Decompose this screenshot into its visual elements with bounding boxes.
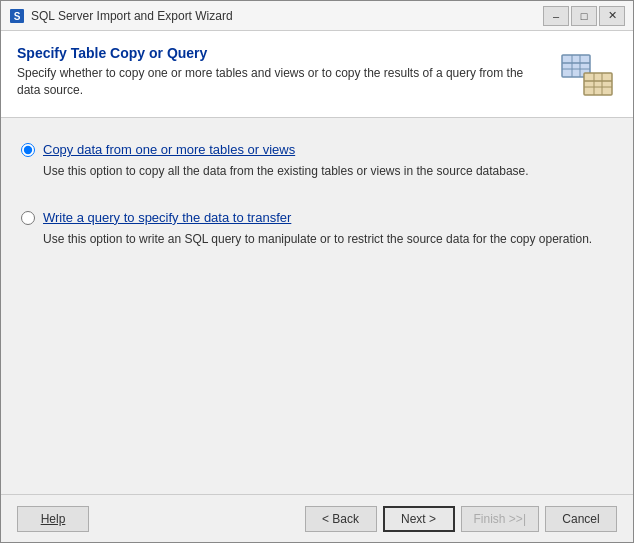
app-icon: S <box>9 8 25 24</box>
header-text: Specify Table Copy or Query Specify whet… <box>17 45 547 99</box>
back-label-text: < Back <box>322 512 359 526</box>
window-title: SQL Server Import and Export Wizard <box>31 9 543 23</box>
next-label-text: Next > <box>401 512 436 526</box>
wizard-header: Specify Table Copy or Query Specify whet… <box>1 31 633 118</box>
copy-tables-radio[interactable] <box>21 143 35 157</box>
help-button[interactable]: Help <box>17 506 89 532</box>
minimize-button[interactable]: – <box>543 6 569 26</box>
write-query-radio[interactable] <box>21 211 35 225</box>
window-controls: – □ ✕ <box>543 6 625 26</box>
help-label-text: Help <box>41 512 66 526</box>
radio-option-query: Write a query to specify the data to tra… <box>21 210 613 225</box>
copy-tables-label[interactable]: Copy data from one or more tables or vie… <box>43 142 295 157</box>
write-query-description: Use this option to write an SQL query to… <box>43 231 613 248</box>
wizard-footer: Help < Back Next > Finish >>| Cancel <box>1 494 633 542</box>
close-button[interactable]: ✕ <box>599 6 625 26</box>
wizard-content: Copy data from one or more tables or vie… <box>1 118 633 494</box>
footer-buttons: < Back Next > Finish >>| Cancel <box>305 506 617 532</box>
header-icon <box>557 45 617 105</box>
footer-left: Help <box>17 506 305 532</box>
title-bar: S SQL Server Import and Export Wizard – … <box>1 1 633 31</box>
option-group-copy: Copy data from one or more tables or vie… <box>21 142 613 180</box>
header-title: Specify Table Copy or Query <box>17 45 547 61</box>
write-query-label[interactable]: Write a query to specify the data to tra… <box>43 210 291 225</box>
back-button[interactable]: < Back <box>305 506 377 532</box>
next-button[interactable]: Next > <box>383 506 455 532</box>
finish-label-text: Finish >>| <box>474 512 526 526</box>
maximize-button[interactable]: □ <box>571 6 597 26</box>
option-group-query: Write a query to specify the data to tra… <box>21 210 613 248</box>
cancel-button[interactable]: Cancel <box>545 506 617 532</box>
header-description: Specify whether to copy one or more tabl… <box>17 65 547 99</box>
radio-option-copy: Copy data from one or more tables or vie… <box>21 142 613 157</box>
svg-text:S: S <box>14 11 21 22</box>
cancel-label-text: Cancel <box>562 512 599 526</box>
copy-tables-description: Use this option to copy all the data fro… <box>43 163 613 180</box>
finish-button[interactable]: Finish >>| <box>461 506 539 532</box>
svg-rect-7 <box>584 73 612 95</box>
wizard-window: S SQL Server Import and Export Wizard – … <box>0 0 634 543</box>
